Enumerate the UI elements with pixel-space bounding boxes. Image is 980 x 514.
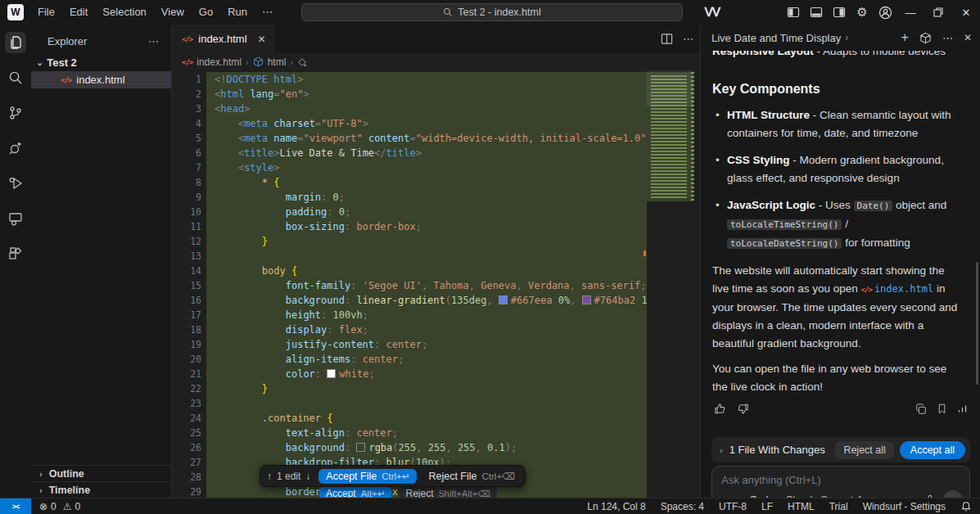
more-actions-icon[interactable]: ⋯	[942, 32, 953, 44]
files-with-changes-bar[interactable]: › 1 File With Changes Reject all Accept …	[711, 437, 970, 462]
chevron-right-icon: ›	[39, 485, 43, 495]
code-line: 13	[172, 249, 700, 264]
code-line: 24 .container {	[172, 411, 700, 426]
panel-scrollbar[interactable]	[976, 262, 978, 385]
outline-section[interactable]: › Outline	[31, 465, 171, 481]
prev-edit-icon[interactable]: ↑	[267, 471, 272, 482]
line-number: 23	[172, 396, 201, 411]
copy-icon[interactable]	[915, 404, 927, 415]
status-item[interactable]: HTML	[788, 501, 815, 512]
source-control-icon[interactable]	[5, 102, 26, 124]
insights-chart-icon[interactable]	[957, 404, 968, 414]
extensions-icon[interactable]	[5, 243, 26, 264]
tab-index-html[interactable]: </> index.html ✕	[172, 25, 274, 53]
overview-ruler-mark	[644, 250, 646, 256]
menu-item[interactable]: ⋯	[255, 0, 280, 25]
editor-group: </> index.html ✕ ⋯ </> index.html › html…	[172, 25, 700, 498]
sparkle-search-icon[interactable]	[5, 138, 26, 159]
package-icon[interactable]	[919, 32, 932, 44]
menu-item[interactable]: File	[30, 0, 62, 25]
toggle-sidebar-icon[interactable]	[782, 0, 805, 25]
html-file-icon: </>	[61, 76, 71, 84]
code-line: 18 display: flex;	[172, 322, 700, 337]
toggle-secondary-sidebar-icon[interactable]	[828, 0, 851, 25]
minimize-button[interactable]: —	[896, 0, 924, 25]
reject-file-button[interactable]: Reject File Ctrl+⌫	[425, 469, 518, 484]
file-link[interactable]: </>index.html	[861, 283, 934, 295]
line-number: 11	[172, 219, 201, 234]
chat-paragraph: You can open the file in any web browser…	[712, 360, 961, 396]
menu-item[interactable]: Go	[192, 0, 220, 25]
inline-code: Date()	[854, 201, 893, 211]
code-line: 26 background: rgba(255, 255, 255, 0.1);	[172, 440, 700, 455]
thumbs-down-icon[interactable]	[737, 403, 749, 415]
command-center-search[interactable]: Test 2 - index.html	[301, 3, 683, 21]
minimap-slider[interactable]	[647, 70, 693, 106]
html-file-icon: </>	[182, 35, 192, 43]
reject-all-button[interactable]: Reject all	[835, 441, 893, 459]
line-number: 10	[172, 205, 201, 219]
restore-button[interactable]	[924, 0, 952, 25]
run-debug-icon[interactable]	[5, 173, 26, 194]
toggle-panel-icon[interactable]	[805, 0, 828, 25]
accept-file-button[interactable]: Accept File Ctrl+↵	[318, 469, 417, 484]
bookmark-icon[interactable]	[937, 404, 947, 414]
chevron-right-icon: ›	[845, 32, 848, 43]
code-line: 14 body {	[172, 264, 700, 278]
status-item[interactable]: Ln 124, Col 8	[587, 501, 645, 512]
line-number: 8	[172, 175, 201, 190]
menu-item[interactable]: Edit	[62, 0, 95, 25]
chevron-right-icon: ›	[39, 469, 43, 479]
thumbs-up-icon[interactable]	[714, 403, 726, 415]
line-number: 1	[172, 72, 201, 87]
line-number: 25	[172, 426, 201, 440]
edit-count: 1 edit	[277, 471, 300, 482]
bullet-item: JavaScript Logic - Uses Date() object an…	[712, 196, 958, 253]
more-actions-icon[interactable]: ⋯	[683, 33, 693, 45]
conversation-title[interactable]: Live Date and Time Display	[711, 32, 841, 44]
windsurf-logo: W	[7, 4, 24, 20]
status-item[interactable]: UTF-8	[719, 501, 747, 512]
next-edit-icon[interactable]: ↓	[305, 471, 310, 482]
status-item[interactable]: Spaces: 4	[661, 501, 704, 512]
menu-item[interactable]: View	[154, 0, 192, 25]
explorer-more-icon[interactable]: ⋯	[148, 35, 160, 47]
line-number: 29	[172, 485, 201, 498]
file-index-html[interactable]: </> index.html	[31, 71, 171, 88]
code-line: 10 padding: 0;	[172, 205, 700, 219]
split-editor-icon[interactable]	[661, 33, 673, 45]
settings-gear-icon[interactable]: ⚙	[851, 0, 874, 25]
windsurf-wordmark-icon: ᐯᐯ	[704, 5, 720, 20]
chat-paragraph: The website will automatically start sho…	[712, 262, 961, 353]
explorer-icon[interactable]	[5, 32, 26, 53]
code-line: 6 <title>Live Date & Time</title>	[172, 146, 700, 160]
line-number: 2	[172, 87, 201, 101]
notifications-bell-icon[interactable]	[960, 501, 972, 512]
search-value: Test 2 - index.html	[458, 7, 540, 18]
remote-explorer-icon[interactable]	[5, 208, 26, 229]
changes-label: 1 File With Changes	[729, 444, 825, 456]
search-icon[interactable]	[5, 67, 26, 88]
new-chat-icon[interactable]: +	[901, 30, 909, 45]
minimap[interactable]	[647, 70, 693, 498]
code-editor[interactable]: 1<!DOCTYPE html>2<html lang="en">3<head>…	[172, 70, 700, 498]
accept-all-button[interactable]: Accept all	[900, 441, 965, 459]
close-panel-icon[interactable]: ✕	[964, 32, 972, 43]
line-number: 3	[172, 101, 201, 116]
breadcrumb[interactable]: </> index.html › html ›	[172, 53, 700, 70]
problems-indicator[interactable]: ⊗ 0 ⚠ 0	[39, 501, 80, 512]
timeline-section[interactable]: › Timeline	[31, 481, 171, 498]
menu-item[interactable]: Run	[220, 0, 255, 25]
status-item[interactable]: Trial	[829, 501, 848, 512]
status-item[interactable]: Windsurf - Settings	[863, 501, 946, 512]
explorer-sidebar: Explorer ⋯ ⌄ Test 2 </> index.html › Out…	[31, 25, 172, 498]
menu-item[interactable]: Selection	[95, 0, 153, 25]
status-item[interactable]: LF	[761, 501, 773, 512]
close-button[interactable]: ✕	[952, 0, 980, 25]
tab-close-icon[interactable]: ✕	[258, 34, 266, 45]
account-icon[interactable]	[874, 0, 896, 25]
folder-test-2[interactable]: ⌄ Test 2	[31, 54, 171, 71]
remote-indicator[interactable]: ><	[0, 498, 31, 514]
code-line: 11 box-sizing: border-box;	[172, 219, 700, 234]
line-number: 13	[172, 249, 201, 264]
